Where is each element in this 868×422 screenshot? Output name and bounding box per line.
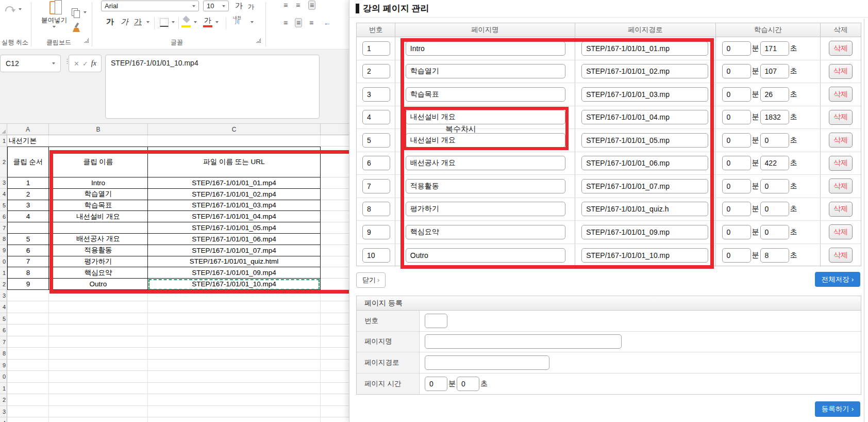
page-no-input[interactable] [362,133,390,148]
cell-a[interactable] [7,324,49,336]
delete-button[interactable]: 삭제 [829,64,853,79]
cell-c[interactable] [148,336,321,348]
minutes-input[interactable] [722,133,751,148]
copy-icon[interactable] [74,10,80,18]
cell-a[interactable] [7,348,49,360]
fill-chevron-icon[interactable] [194,21,197,23]
row-header[interactable]: 0 [0,371,7,383]
cell-c[interactable] [148,360,321,371]
page-path-input[interactable] [581,133,708,148]
cell-a[interactable] [7,406,49,418]
row-header[interactable]: 3 [0,406,7,418]
cell-c[interactable] [148,301,321,313]
italic-button[interactable]: 가 [121,17,128,27]
delete-button[interactable]: 삭제 [829,156,853,171]
register-name-input[interactable] [425,334,622,349]
row-header[interactable]: 3 [0,290,7,302]
cell-c[interactable] [148,324,321,336]
page-no-input[interactable] [362,87,390,102]
column-header-b[interactable]: B [49,124,148,135]
redo-chevron-icon[interactable] [19,8,22,10]
page-no-input[interactable] [362,110,390,124]
cell-a[interactable]: 8 [7,267,49,279]
page-name-input[interactable] [406,156,565,170]
row-header[interactable]: 1 [0,383,7,395]
delete-button[interactable]: 삭제 [829,41,853,56]
align-center-icon[interactable]: ≡ [295,18,302,27]
insert-function-icon[interactable]: fx [91,59,96,68]
row-header[interactable]: 6 [0,211,7,222]
row-header[interactable]: 7 [0,222,7,234]
cell-a[interactable]: 2 [7,189,49,200]
format-painter-icon[interactable] [75,23,79,28]
minutes-input[interactable] [722,156,751,170]
page-name-input[interactable] [406,110,565,124]
row-header[interactable]: 8 [0,348,7,360]
align-left-icon[interactable]: ≡ [283,19,288,27]
decrease-indent-icon[interactable]: ← [324,19,331,27]
clipboard-dialog-launcher-icon[interactable] [84,38,89,43]
font-dialog-launcher-icon[interactable] [256,38,261,43]
cell-d[interactable] [321,324,349,336]
delete-button[interactable]: 삭제 [829,87,853,102]
cell-d[interactable] [321,135,349,147]
page-name-input[interactable] [406,41,565,56]
redo-icon[interactable] [5,6,14,11]
cell-b[interactable] [49,406,148,418]
cell-c[interactable] [148,394,321,406]
cell-a[interactable] [7,336,49,348]
register-path-input[interactable] [425,355,549,370]
cell-a[interactable] [7,394,49,406]
cell-c[interactable] [148,417,321,422]
page-no-input[interactable] [362,179,390,193]
font-name-select[interactable]: Arial [101,1,199,11]
row-header[interactable]: 1 [0,267,7,279]
register-minutes-input[interactable] [425,377,447,391]
delete-button[interactable]: 삭제 [829,178,853,193]
minutes-input[interactable] [722,87,751,102]
page-path-input[interactable] [581,87,708,102]
underline-chevron-icon[interactable] [146,21,149,23]
page-path-input[interactable] [581,202,708,216]
row-header[interactable]: 4 [0,189,7,200]
delete-button[interactable]: 삭제 [829,202,853,217]
minutes-input[interactable] [722,110,751,124]
cell-a[interactable]: 3 [7,200,49,212]
seconds-input[interactable] [760,202,789,216]
cell-b[interactable] [49,313,148,325]
underline-button[interactable]: 가 [134,17,142,27]
font-color-chevron-icon[interactable] [215,21,219,23]
cell-a[interactable]: 4 [7,211,49,222]
row-header[interactable]: 2 [0,147,7,177]
cell-d[interactable] [321,313,349,325]
cell-c[interactable] [148,406,321,418]
cell-d[interactable] [321,371,349,383]
page-path-input[interactable] [581,248,708,263]
delete-button[interactable]: 삭제 [829,248,853,263]
page-name-input[interactable] [406,248,565,263]
cell-d[interactable] [321,348,349,360]
delete-button[interactable]: 삭제 [829,110,853,125]
phonetic-guide-icon[interactable]: 내천川 [233,16,241,24]
cell-a[interactable] [7,417,49,422]
cell-b[interactable] [49,324,148,336]
cell-d[interactable] [321,417,349,422]
borders-icon[interactable] [160,18,169,27]
row-header[interactable]: 8 [0,234,7,245]
cell-b[interactable] [49,417,148,422]
page-path-input[interactable] [581,41,708,56]
row-header[interactable]: 0 [0,256,7,268]
page-no-input[interactable] [362,41,390,56]
scrollbar-track[interactable] [864,19,864,422]
cell-a[interactable]: 9 [7,279,49,290]
shrink-font-button[interactable]: 가 [248,3,254,11]
row-header[interactable]: 9 [0,360,7,371]
align-right-icon[interactable]: ≡ [309,19,313,27]
register-no-input[interactable] [425,314,447,328]
page-path-input[interactable] [581,110,708,124]
save-all-button[interactable]: 전체저장 › [815,272,860,287]
cell-d[interactable] [321,383,349,395]
row-header[interactable]: 4 [0,301,7,313]
align-top-icon[interactable]: ≡ [283,1,288,9]
page-no-input[interactable] [362,64,390,78]
